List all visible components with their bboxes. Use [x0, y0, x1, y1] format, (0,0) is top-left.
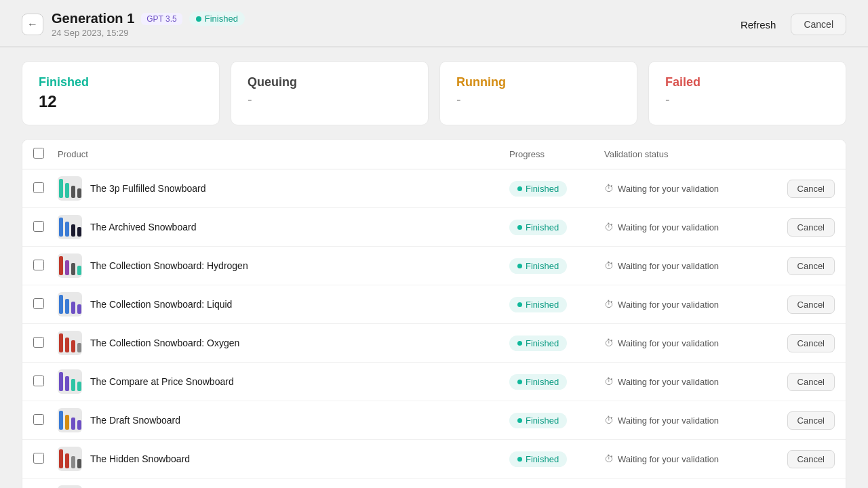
- row-product-3: The Collection Snowboard: Liquid: [58, 292, 509, 317]
- row-action-5: Cancel: [781, 373, 835, 391]
- stat-label-queuing: Queuing: [248, 75, 412, 89]
- progress-badge-3: Finished: [509, 297, 567, 312]
- clock-icon-4: ⏱: [604, 338, 614, 348]
- stat-label-finished: Finished: [39, 75, 203, 89]
- clock-icon-7: ⏱: [604, 453, 614, 464]
- cancel-row-button-1[interactable]: Cancel: [787, 218, 835, 237]
- row-validation-0: ⏱ Waiting for your validation: [604, 183, 781, 194]
- cancel-row-button-5[interactable]: Cancel: [787, 373, 835, 391]
- product-name-6: The Draft Snowboard: [90, 415, 180, 426]
- progress-badge-1: Finished: [509, 220, 567, 235]
- row-progress-4: Finished: [509, 336, 604, 351]
- product-name-0: The 3p Fulfilled Snowboard: [90, 183, 205, 194]
- cancel-row-button-6[interactable]: Cancel: [787, 411, 835, 430]
- row-checkbox-cell[interactable]: [33, 337, 58, 350]
- row-validation-3: ⏱ Waiting for your validation: [604, 299, 781, 310]
- row-checkbox-3[interactable]: [33, 298, 44, 309]
- clock-icon-3: ⏱: [604, 299, 614, 310]
- row-progress-3: Finished: [509, 297, 604, 312]
- cancel-row-button-0[interactable]: Cancel: [787, 180, 835, 198]
- stat-card-queuing: Queuing -: [231, 61, 429, 125]
- refresh-button[interactable]: Refresh: [732, 15, 785, 35]
- stat-label-running: Running: [456, 75, 620, 89]
- row-checkbox-cell[interactable]: [33, 221, 58, 234]
- row-checkbox-cell[interactable]: [33, 453, 58, 466]
- row-action-4: Cancel: [781, 334, 835, 352]
- product-thumbnail-6: [58, 408, 82, 432]
- row-progress-2: Finished: [509, 258, 604, 274]
- cancel-row-button-2[interactable]: Cancel: [787, 257, 835, 275]
- cancel-header-button[interactable]: Cancel: [791, 14, 846, 35]
- table-row: The Collection Snowboard: Hydrogen Finis…: [22, 247, 846, 285]
- col-header-progress: Progress: [509, 149, 604, 159]
- row-checkbox-7[interactable]: [33, 453, 44, 464]
- row-product-7: The Hidden Snowboard: [58, 447, 509, 471]
- row-product-5: The Compare at Price Snowboard: [58, 369, 509, 394]
- back-button[interactable]: ←: [22, 14, 43, 35]
- row-checkbox-0[interactable]: [33, 182, 44, 193]
- product-thumbnail-1: [58, 215, 82, 239]
- stat-value-finished: 12: [39, 92, 203, 111]
- row-action-6: Cancel: [781, 411, 835, 430]
- header-checkbox-cell[interactable]: [33, 148, 58, 161]
- row-checkbox-6[interactable]: [33, 414, 44, 425]
- row-product-1: The Archived Snowboard: [58, 215, 509, 239]
- row-product-6: The Draft Snowboard: [58, 408, 509, 432]
- product-name-5: The Compare at Price Snowboard: [90, 376, 234, 387]
- product-thumbnail-4: [58, 331, 82, 355]
- header-left: ← Generation 1 GPT 3.5 Finished 24 Sep 2…: [22, 11, 245, 38]
- row-checkbox-cell[interactable]: [33, 414, 58, 427]
- col-header-validation: Validation status: [604, 149, 781, 159]
- product-name-1: The Archived Snowboard: [90, 222, 196, 232]
- product-thumbnail-5: [58, 369, 82, 394]
- row-progress-0: Finished: [509, 181, 604, 197]
- table-row: The Archived Snowboard Finished ⏱ Waitin…: [22, 208, 846, 247]
- row-progress-5: Finished: [509, 374, 604, 390]
- status-badge: Finished: [189, 12, 245, 26]
- stat-value-running: -: [456, 92, 620, 108]
- product-name-7: The Hidden Snowboard: [90, 453, 190, 464]
- row-checkbox-1[interactable]: [33, 221, 44, 232]
- table-row: The Compare at Price Snowboard Finished …: [22, 363, 846, 401]
- progress-badge-0: Finished: [509, 181, 567, 197]
- stat-card-running: Running -: [439, 61, 637, 125]
- generation-date: 24 Sep 2023, 15:29: [52, 28, 245, 38]
- select-all-checkbox[interactable]: [33, 148, 44, 159]
- validation-text-2: Waiting for your validation: [618, 261, 719, 271]
- row-product-4: The Collection Snowboard: Oxygen: [58, 331, 509, 355]
- validation-text-6: Waiting for your validation: [618, 415, 719, 426]
- row-validation-5: ⏱ Waiting for your validation: [604, 376, 781, 387]
- row-checkbox-cell[interactable]: [33, 298, 58, 311]
- row-progress-7: Finished: [509, 451, 604, 467]
- row-checkbox-2[interactable]: [33, 260, 44, 270]
- cancel-row-button-7[interactable]: Cancel: [787, 450, 835, 468]
- progress-badge-4: Finished: [509, 336, 567, 351]
- row-checkbox-cell[interactable]: [33, 375, 58, 388]
- product-thumbnail-0: [58, 176, 82, 201]
- cancel-row-button-4[interactable]: Cancel: [787, 334, 835, 352]
- validation-text-1: Waiting for your validation: [618, 222, 719, 232]
- stat-label-failed: Failed: [665, 75, 829, 89]
- progress-badge-6: Finished: [509, 413, 567, 428]
- row-product-8: The Multi-location Snowboard: [58, 485, 509, 488]
- row-checkbox-cell[interactable]: [33, 260, 58, 272]
- clock-icon-2: ⏱: [604, 260, 614, 271]
- cancel-row-button-3[interactable]: Cancel: [787, 296, 835, 314]
- validation-text-5: Waiting for your validation: [618, 377, 719, 387]
- products-table: Product Progress Validation status The 3…: [22, 139, 846, 488]
- row-checkbox-4[interactable]: [33, 337, 44, 348]
- table-row: The Collection Snowboard: Liquid Finishe…: [22, 285, 846, 324]
- validation-text-3: Waiting for your validation: [618, 300, 719, 310]
- row-progress-6: Finished: [509, 413, 604, 428]
- stat-value-queuing: -: [248, 92, 412, 108]
- row-checkbox-5[interactable]: [33, 375, 44, 386]
- stats-row: Finished 12 Queuing - Running - Failed -: [22, 61, 846, 125]
- row-validation-7: ⏱ Waiting for your validation: [604, 453, 781, 464]
- row-checkbox-cell[interactable]: [33, 182, 58, 195]
- table-header: Product Progress Validation status: [22, 140, 846, 169]
- product-thumbnail-2: [58, 253, 82, 278]
- clock-icon-5: ⏱: [604, 376, 614, 387]
- table-row: The Multi-location Snowboard Finished ⏱ …: [22, 479, 846, 488]
- validation-text-4: Waiting for your validation: [618, 338, 719, 348]
- row-validation-6: ⏱ Waiting for your validation: [604, 415, 781, 426]
